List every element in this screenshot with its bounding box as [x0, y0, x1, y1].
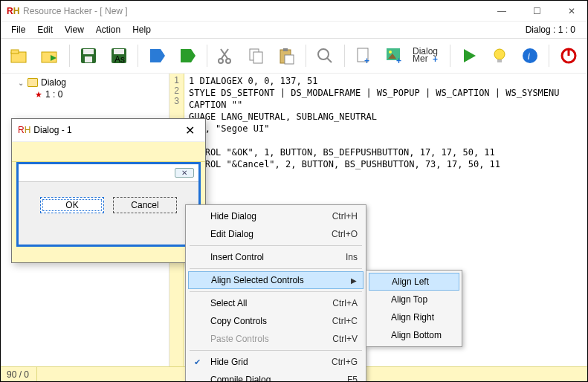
tree-label: 1 : 0: [45, 89, 62, 100]
menu-hide-dialog[interactable]: Hide DialogCtrl+H: [188, 207, 364, 225]
menu-help[interactable]: Help: [126, 23, 157, 36]
svg-point-15: [226, 59, 230, 63]
svg-rect-20: [285, 55, 294, 64]
line-number: 1: [174, 75, 179, 85]
tag-green-icon[interactable]: [175, 42, 201, 69]
menu-align-right[interactable]: Align Right: [369, 308, 459, 326]
close-icon[interactable]: ✕: [181, 123, 199, 137]
collapse-icon[interactable]: ⌄: [17, 79, 25, 87]
menu-compile-dialog[interactable]: Compile DialogF5: [188, 371, 364, 382]
paste-icon[interactable]: [274, 42, 300, 69]
svg-rect-8: [114, 49, 124, 54]
close-button[interactable]: ✕: [562, 4, 581, 18]
svg-marker-11: [181, 49, 196, 62]
svg-text:i: i: [528, 51, 530, 62]
line-number: 3: [174, 96, 179, 106]
svg-rect-17: [253, 52, 262, 63]
resource-path-status: Dialog : 1 : 0: [526, 25, 583, 35]
svg-text:+: +: [396, 56, 401, 65]
preview-dialog-frame[interactable]: ✕ OK Cancel: [16, 162, 201, 247]
minimize-button[interactable]: —: [491, 4, 512, 18]
search-icon[interactable]: [312, 42, 338, 69]
menu-paste-controls: Paste ControlsCtrl+V: [188, 330, 364, 348]
menu-align-bottom[interactable]: Align Bottom: [369, 326, 459, 344]
menu-action[interactable]: Action: [90, 23, 126, 36]
chevron-right-icon: ▶: [351, 276, 357, 285]
dialog-close-icon[interactable]: ✕: [175, 168, 194, 178]
svg-rect-19: [283, 48, 288, 51]
open-folder-play-icon[interactable]: [37, 42, 63, 69]
svg-point-33: [494, 49, 505, 59]
tree-node-dialog[interactable]: ⌄ Dialog: [5, 77, 164, 88]
menu-select-all[interactable]: Select AllCtrl+A: [188, 294, 364, 312]
align-submenu: Align Left Align Top Align Right Align B…: [366, 270, 462, 347]
dialog-preview-window[interactable]: RH Dialog - 1 ✕ ✕ OK Cancel: [11, 118, 206, 263]
svg-text:As: As: [114, 54, 125, 65]
dialog-canvas[interactable]: ✕ OK Cancel: [12, 162, 205, 262]
dialog-menu-icon[interactable]: DialogMer+: [411, 42, 444, 69]
menu-align-selected[interactable]: Align Selected Controls▶: [188, 271, 364, 289]
svg-text:+: +: [433, 54, 438, 65]
toolbar: As + + DialogMer+ i: [1, 38, 587, 74]
window-title: Resource Hacker - [ New ]: [23, 6, 128, 16]
svg-text:+: +: [364, 56, 369, 65]
star-icon: ★: [35, 90, 42, 100]
menu-edit-dialog[interactable]: Edit DialogCtrl+O: [188, 225, 364, 243]
folder-icon: [28, 78, 38, 87]
ok-button[interactable]: OK: [40, 197, 104, 213]
save-as-icon[interactable]: As: [106, 42, 132, 69]
svg-line-22: [327, 58, 332, 62]
svg-text:Mer: Mer: [413, 54, 428, 64]
menubar: File Edit View Action Help Dialog : 1 : …: [1, 22, 587, 38]
titlebar: RH Resource Hacker - [ New ] — ☐ ✕: [1, 1, 587, 22]
check-icon: ✔: [194, 357, 201, 367]
copy-icon[interactable]: [243, 42, 269, 69]
save-icon[interactable]: [76, 42, 102, 69]
dialog-preview-titlebar[interactable]: RH Dialog - 1 ✕: [12, 119, 205, 141]
menu-insert-control[interactable]: Insert ControlIns: [188, 248, 364, 266]
info-icon[interactable]: i: [517, 42, 543, 69]
context-menu: Hide DialogCtrl+H Edit DialogCtrl+O Inse…: [185, 204, 366, 382]
svg-point-35: [523, 48, 537, 63]
power-icon[interactable]: [555, 42, 581, 69]
add-image-icon[interactable]: +: [381, 42, 407, 69]
dialog-preview-title: Dialog - 1: [33, 125, 71, 135]
dialog-preview-toolbar: [12, 141, 205, 162]
menu-align-top[interactable]: Align Top: [369, 291, 459, 308]
play-icon[interactable]: [456, 42, 482, 69]
tree-node-resource[interactable]: ★ 1 : 0: [5, 88, 164, 100]
tree-label: Dialog: [41, 77, 66, 88]
cut-icon[interactable]: [213, 42, 239, 69]
cancel-button[interactable]: Cancel: [113, 197, 177, 213]
svg-rect-1: [11, 50, 19, 54]
menu-hide-grid[interactable]: ✔Hide GridCtrl+G: [188, 353, 364, 371]
svg-marker-32: [464, 49, 476, 62]
svg-point-14: [219, 59, 223, 63]
line-number: 2: [174, 85, 179, 96]
maximize-button[interactable]: ☐: [527, 4, 547, 18]
menu-file[interactable]: File: [5, 23, 31, 36]
add-page-icon[interactable]: +: [351, 42, 377, 69]
cursor-position: 90 / 0: [7, 369, 29, 380]
svg-point-21: [318, 49, 329, 59]
app-icon: RH: [7, 5, 19, 17]
menu-edit[interactable]: Edit: [31, 23, 59, 36]
preview-dialog-titlebar: ✕: [19, 164, 198, 182]
menu-view[interactable]: View: [59, 23, 90, 36]
svg-marker-10: [150, 49, 165, 62]
svg-rect-5: [83, 49, 94, 54]
lightbulb-icon[interactable]: [487, 42, 513, 69]
window-controls: — ☐ ✕: [491, 4, 581, 18]
svg-rect-34: [497, 59, 502, 62]
menu-align-left[interactable]: Align Left: [369, 273, 459, 291]
svg-point-26: [389, 51, 392, 54]
open-folder-icon[interactable]: [7, 42, 33, 69]
tag-blue-icon[interactable]: [144, 42, 170, 69]
svg-rect-6: [85, 56, 92, 62]
menu-copy-controls[interactable]: Copy ControlsCtrl+C: [188, 312, 364, 330]
app-icon: RH: [18, 125, 30, 135]
